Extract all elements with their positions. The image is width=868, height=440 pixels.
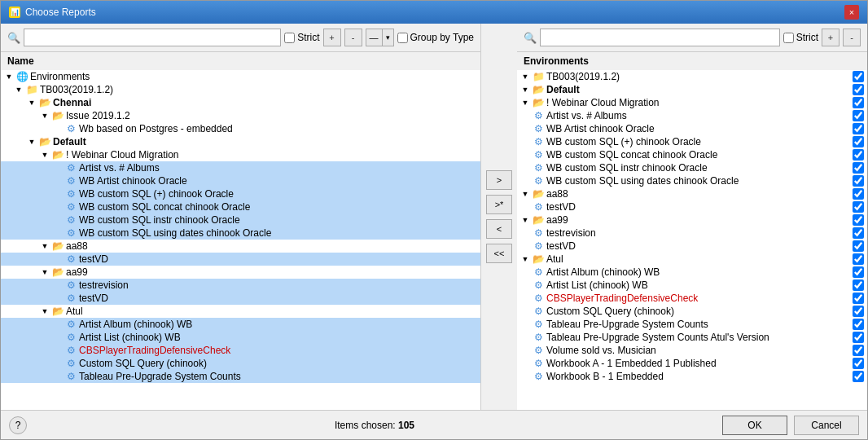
- separator-dropdown[interactable]: — ▾: [366, 29, 394, 46]
- left-custom-sql[interactable]: ⚙ Custom SQL Query (chinook): [1, 357, 480, 370]
- left-tb003[interactable]: ▼ 📁 TB003(2019.1.2): [1, 83, 480, 96]
- right-aa88-checkbox[interactable]: [853, 188, 864, 200]
- right-search-input[interactable]: [540, 29, 780, 46]
- right-collapse-all-button[interactable]: -: [843, 29, 861, 46]
- right-tree-container[interactable]: ▼ 📁 TB003(2019.1.2) ▼ 📂 Default ▼ 📂: [517, 70, 867, 410]
- dropdown-arrow[interactable]: ▾: [382, 29, 393, 46]
- right-workbook-a-checkbox[interactable]: [853, 358, 864, 369]
- left-cbsplayer[interactable]: ⚙ CBSPlayerTradingDefensiveCheck: [1, 344, 480, 357]
- right-expand-all-button[interactable]: +: [822, 29, 840, 46]
- right-tableau-pre-atul-checkbox[interactable]: [853, 332, 864, 343]
- left-env-root[interactable]: ▼ 🌐 Environments: [1, 70, 480, 83]
- right-wb-sql-plus-checkbox[interactable]: [853, 136, 864, 147]
- left-chennai[interactable]: ▼ 📂 Chennai: [1, 96, 480, 109]
- expand-icon[interactable]: ▼: [520, 85, 530, 95]
- right-custom-sql[interactable]: ⚙ Custom SQL Query (chinook): [517, 305, 867, 318]
- cancel-button[interactable]: Cancel: [794, 416, 859, 435]
- group-by-type-checkbox[interactable]: [397, 33, 408, 43]
- left-strict-checkbox[interactable]: [284, 33, 295, 43]
- left-wb-postgres[interactable]: ⚙ Wb based on Postgres - embedded: [1, 122, 480, 135]
- right-workbook-a[interactable]: ⚙ Workbook A - 1 Embedded 1 Published: [517, 357, 867, 370]
- right-wb-artist-checkbox[interactable]: [853, 123, 864, 134]
- right-workbook-b-checkbox[interactable]: [853, 371, 864, 382]
- right-testvd-aa99[interactable]: ⚙ testVD: [517, 240, 867, 253]
- right-aa99[interactable]: ▼ 📂 aa99: [517, 213, 867, 227]
- left-default[interactable]: ▼ 📂 Default: [1, 135, 480, 148]
- left-strict-label[interactable]: Strict: [284, 32, 319, 43]
- right-artist-list-checkbox[interactable]: [853, 279, 864, 291]
- left-testvd-aa88[interactable]: ⚙ testVD: [1, 253, 480, 266]
- right-custom-sql-checkbox[interactable]: [853, 306, 864, 317]
- right-workbook-b[interactable]: ⚙ Workbook B - 1 Embedded: [517, 370, 867, 383]
- right-aa88[interactable]: ▼ 📂 aa88: [517, 187, 867, 200]
- add-all-button[interactable]: >*: [486, 195, 512, 214]
- right-tb003-checkbox[interactable]: [853, 71, 864, 82]
- right-volume-checkbox[interactable]: [853, 345, 864, 356]
- right-volume[interactable]: ⚙ Volume sold vs. Musician: [517, 344, 867, 357]
- expand-icon[interactable]: ▼: [40, 306, 50, 316]
- right-wb-artist[interactable]: ⚙ WB Artist chinook Oracle: [517, 122, 867, 135]
- right-webinar[interactable]: ▼ 📂 ! Webinar Cloud Migration: [517, 96, 867, 109]
- right-strict-label[interactable]: Strict: [783, 32, 818, 43]
- expand-icon[interactable]: ▼: [4, 72, 14, 81]
- right-cbsplayer-checkbox[interactable]: [853, 293, 864, 304]
- close-button[interactable]: ×: [844, 5, 859, 20]
- expand-icon[interactable]: ▼: [520, 72, 530, 81]
- right-testrevision-checkbox[interactable]: [853, 227, 864, 239]
- right-tableau-pre-checkbox[interactable]: [853, 319, 864, 330]
- left-wb-sql-instr[interactable]: ⚙ WB custom SQL instr chinook Oracle: [1, 213, 480, 227]
- left-wb-sql-dates[interactable]: ⚙ WB custom SQL using dates chinook Orac…: [1, 227, 480, 240]
- right-default-checkbox[interactable]: [853, 84, 864, 95]
- expand-icon[interactable]: ▼: [40, 150, 50, 160]
- left-expand-all-button[interactable]: +: [323, 29, 341, 46]
- right-testrevision[interactable]: ⚙ testrevision: [517, 227, 867, 240]
- group-by-type-label[interactable]: Group by Type: [397, 32, 475, 43]
- remove-button[interactable]: <: [486, 219, 512, 239]
- left-atul[interactable]: ▼ 📂 Atul: [1, 305, 480, 318]
- left-wb-sql-concat[interactable]: ⚙ WB custom SQL concat chinook Oracle: [1, 200, 480, 213]
- expand-icon[interactable]: ▼: [520, 189, 530, 199]
- right-atul-checkbox[interactable]: [853, 253, 864, 265]
- right-artist-list[interactable]: ⚙ Artist List (chinook) WB: [517, 279, 867, 292]
- help-button[interactable]: ?: [9, 416, 27, 434]
- left-testvd-aa99[interactable]: ⚙ testVD: [1, 292, 480, 305]
- right-wb-sql-concat-checkbox[interactable]: [853, 149, 864, 161]
- right-tableau-pre-atul[interactable]: ⚙ Tableau Pre-Upgrade System Counts Atul…: [517, 331, 867, 344]
- left-tableau-pre[interactable]: ⚙ Tableau Pre-Upgrade System Counts: [1, 370, 480, 383]
- left-webinar[interactable]: ▼ 📂 ! Webinar Cloud Migration: [1, 148, 480, 161]
- right-artist-album-checkbox[interactable]: [853, 266, 864, 278]
- right-strict-checkbox[interactable]: [783, 33, 794, 43]
- add-button[interactable]: >: [486, 170, 512, 190]
- expand-icon[interactable]: ▼: [40, 267, 50, 277]
- right-aa99-checkbox[interactable]: [853, 214, 864, 226]
- right-wb-sql-plus[interactable]: ⚙ WB custom SQL (+) chinook Oracle: [517, 135, 867, 148]
- expand-icon[interactable]: ▼: [520, 215, 530, 225]
- left-collapse-all-button[interactable]: -: [344, 29, 362, 46]
- expand-icon[interactable]: ▼: [14, 85, 24, 95]
- right-tableau-pre[interactable]: ⚙ Tableau Pre-Upgrade System Counts: [517, 318, 867, 331]
- right-testvd-aa88-checkbox[interactable]: [853, 201, 864, 213]
- right-wb-sql-dates-checkbox[interactable]: [853, 175, 864, 187]
- right-cbsplayer[interactable]: ⚙ CBSPlayerTradingDefensiveCheck: [517, 292, 867, 305]
- right-testvd-aa99-checkbox[interactable]: [853, 240, 864, 252]
- left-issue[interactable]: ▼ 📂 Issue 2019.1.2: [1, 109, 480, 122]
- right-artist-album[interactable]: ⚙ Artist Album (chinook) WB: [517, 266, 867, 279]
- expand-icon[interactable]: ▼: [520, 254, 530, 264]
- expand-icon[interactable]: ▼: [40, 241, 50, 251]
- right-atul[interactable]: ▼ 📂 Atul: [517, 253, 867, 266]
- right-wb-sql-dates[interactable]: ⚙ WB custom SQL using dates chinook Orac…: [517, 174, 867, 187]
- right-wb-sql-concat[interactable]: ⚙ WB custom SQL concat chinook Oracle: [517, 148, 867, 161]
- left-tree-container[interactable]: ▼ 🌐 Environments ▼ 📁 TB003(2019.1.2) ▼ 📂: [1, 70, 480, 410]
- expand-icon[interactable]: ▼: [40, 111, 50, 121]
- left-wb-artist[interactable]: ⚙ WB Artist chinook Oracle: [1, 174, 480, 187]
- right-tb003[interactable]: ▼ 📁 TB003(2019.1.2): [517, 70, 867, 83]
- left-artist-albums[interactable]: ⚙ Artist vs. # Albums: [1, 161, 480, 174]
- remove-all-button[interactable]: <<: [486, 244, 512, 263]
- left-aa88[interactable]: ▼ 📂 aa88: [1, 240, 480, 253]
- right-artist-albums[interactable]: ⚙ Artist vs. # Albums: [517, 109, 867, 122]
- expand-icon[interactable]: ▼: [27, 137, 37, 147]
- right-wb-sql-instr[interactable]: ⚙ WB custom SQL instr chinook Oracle: [517, 161, 867, 174]
- right-artist-albums-checkbox[interactable]: [853, 110, 864, 121]
- left-aa99[interactable]: ▼ 📂 aa99: [1, 266, 480, 279]
- left-wb-sql-plus[interactable]: ⚙ WB custom SQL (+) chinook Oracle: [1, 187, 480, 200]
